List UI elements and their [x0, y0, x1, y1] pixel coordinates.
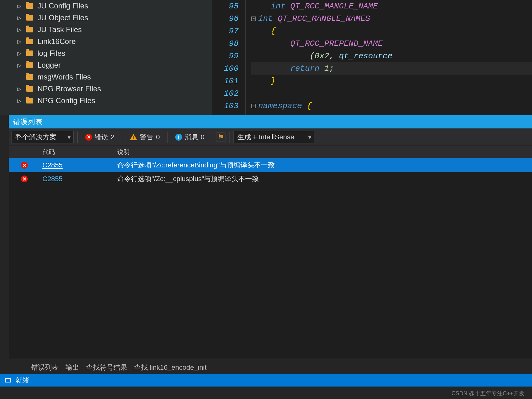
error-description: 命令行选项"/Zc:__cplusplus"与预编译头不一致 — [115, 174, 532, 184]
error-list-title[interactable]: 错误列表 — [9, 115, 532, 128]
info-icon: i — [175, 134, 182, 141]
folder-icon — [26, 74, 33, 80]
folder-icon — [26, 86, 33, 92]
code-line[interactable]: return 1; — [251, 62, 532, 75]
output-tab[interactable]: 查找符号结果 — [86, 363, 127, 372]
code-line[interactable]: int QT_RCC_MANGLE_NAME — [251, 0, 532, 12]
tree-item[interactable]: ▷JU Task Files — [0, 24, 212, 36]
status-bar: 就绪 — [0, 374, 532, 387]
folder-icon — [26, 62, 33, 68]
messages-chip[interactable]: i 消息 0 — [172, 131, 208, 143]
tree-item-label: Logger — [37, 61, 61, 70]
separator — [77, 132, 78, 143]
code-area[interactable]: int QT_RCC_MANGLE_NAME−int QT_RCC_MANGLE… — [246, 0, 532, 115]
tree-item[interactable]: ▷NPG Browser Files — [0, 83, 212, 95]
error-list-panel: 错误列表 整个解决方案 ✕ 错误 2 警告 0 i 消息 0 ⚑ 生成 + In… — [9, 115, 532, 358]
folder-icon — [26, 50, 33, 56]
line-number: 103 — [215, 100, 239, 112]
separator — [167, 132, 168, 143]
error-list-toolbar: 整个解决方案 ✕ 错误 2 警告 0 i 消息 0 ⚑ 生成 + Intelli… — [9, 128, 532, 146]
separator — [212, 132, 212, 143]
tree-item-label: msgWords Files — [37, 73, 91, 81]
folder-icon — [26, 39, 33, 44]
error-row[interactable]: ✕C2855命令行选项"/Zc:__cplusplus"与预编译头不一致 — [9, 172, 532, 186]
filter-icon[interactable]: ⚑ — [216, 132, 225, 142]
expand-icon[interactable]: ▷ — [17, 62, 22, 68]
line-gutter: 9596979899100101102103 — [215, 0, 246, 115]
error-row[interactable]: ✕C2855命令行选项"/Zc:referenceBinding"与预编译头不一… — [9, 158, 532, 172]
separator — [122, 132, 122, 143]
tree-item-label: JU Config Files — [37, 2, 88, 10]
warning-icon — [130, 134, 137, 140]
source-label: 生成 + IntelliSense — [237, 132, 294, 142]
scope-label: 整个解决方案 — [15, 132, 56, 142]
folder-icon — [26, 98, 33, 103]
expand-icon[interactable]: ▷ — [17, 50, 22, 56]
output-tab[interactable]: 查找 link16_encode_init — [134, 363, 206, 372]
folder-icon — [26, 15, 33, 21]
tree-item-label: log Files — [37, 49, 65, 58]
code-line[interactable]: } — [251, 75, 532, 87]
expand-icon[interactable]: ▷ — [17, 15, 22, 21]
error-list-header[interactable]: 代码 说明 — [9, 146, 532, 158]
expand-icon[interactable]: ▷ — [17, 3, 22, 9]
source-dropdown[interactable]: 生成 + IntelliSense — [233, 131, 314, 143]
tree-item-label: Link16Core — [37, 37, 76, 46]
line-number: 98 — [215, 37, 239, 50]
expand-icon[interactable]: ▷ — [17, 86, 22, 92]
tree-item-label: NPG Browser Files — [37, 84, 101, 93]
folder-icon — [26, 27, 33, 32]
line-number: 96 — [215, 12, 239, 25]
line-number: 100 — [215, 62, 239, 75]
tree-item-label: JU Object Files — [37, 13, 88, 22]
col-code-header[interactable]: 代码 — [40, 148, 115, 156]
code-line[interactable]: { — [251, 25, 532, 37]
code-editor[interactable]: 9596979899100101102103 int QT_RCC_MANGLE… — [212, 0, 532, 115]
tree-item[interactable]: ▷Logger — [0, 59, 212, 71]
expand-icon[interactable]: ▷ — [17, 98, 22, 104]
status-text: 就绪 — [16, 376, 29, 385]
error-icon: ✕ — [21, 162, 28, 169]
error-code[interactable]: C2855 — [40, 175, 115, 183]
line-number: 102 — [215, 87, 239, 100]
tree-item[interactable]: msgWords Files — [0, 71, 212, 83]
tree-item[interactable]: ▷log Files — [0, 47, 212, 59]
code-line[interactable] — [251, 87, 532, 100]
solution-explorer[interactable]: ▷JU Config Files▷JU Object Files▷JU Task… — [0, 0, 212, 115]
warnings-chip[interactable]: 警告 0 — [126, 131, 163, 143]
code-line[interactable]: −int QT_RCC_MANGLE_NAMES — [251, 12, 532, 25]
folder-icon — [26, 3, 33, 9]
expand-icon[interactable]: ▷ — [17, 39, 22, 45]
error-code[interactable]: C2855 — [40, 161, 115, 169]
line-number: 99 — [215, 50, 239, 62]
code-line[interactable]: (0x2, qt_resource — [251, 50, 532, 62]
tree-item-label: NPG Config Files — [37, 96, 95, 105]
col-desc-header[interactable]: 说明 — [115, 148, 532, 156]
output-tab[interactable]: 错误列表 — [31, 363, 59, 372]
tree-item-label: JU Task Files — [37, 25, 82, 34]
errors-chip[interactable]: ✕ 错误 2 — [81, 131, 118, 143]
tree-item[interactable]: ▷JU Object Files — [0, 12, 212, 24]
tree-item[interactable]: ▷NPG Config Files — [0, 95, 212, 107]
output-tab[interactable]: 输出 — [65, 363, 79, 372]
error-icon: ✕ — [21, 175, 28, 182]
error-description: 命令行选项"/Zc:referenceBinding"与预编译头不一致 — [115, 161, 532, 170]
tree-item[interactable]: ▷Link16Core — [0, 36, 212, 47]
tree-item[interactable]: ▷JU Config Files — [0, 0, 212, 12]
expand-icon[interactable]: ▷ — [17, 27, 22, 33]
line-number: 95 — [215, 0, 239, 12]
line-number: 101 — [215, 75, 239, 87]
line-number: 97 — [215, 25, 239, 37]
code-line[interactable]: −namespace { — [251, 100, 532, 112]
separator — [229, 132, 230, 143]
watermark: CSDN @十五年专注C++开发 — [452, 390, 525, 397]
code-line[interactable]: QT_RCC_PREPEND_NAME — [251, 37, 532, 50]
scope-dropdown[interactable]: 整个解决方案 — [11, 131, 74, 143]
output-tabs: 错误列表输出查找符号结果查找 link16_encode_init — [31, 363, 206, 372]
status-square-icon — [5, 378, 11, 382]
error-icon: ✕ — [85, 134, 92, 141]
